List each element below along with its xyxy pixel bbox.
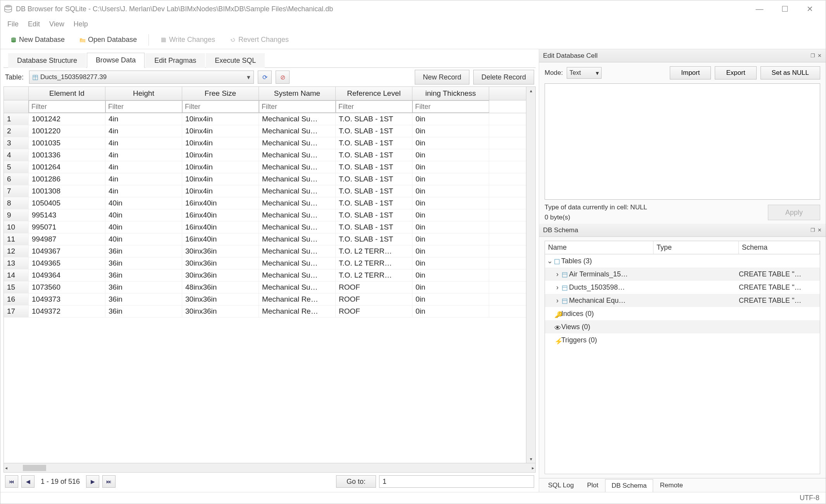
table-row[interactable]: 210012204in10inx4inMechanical Su…T.O. SL…	[4, 125, 535, 137]
column-header[interactable]: Free Size	[182, 87, 259, 100]
cell[interactable]: 0in	[412, 173, 489, 185]
table-row[interactable]: 999514340in16inx40inMechanical Su…T.O. S…	[4, 209, 535, 221]
cell[interactable]: 40in	[105, 233, 182, 245]
table-row[interactable]: 8105040540in16inx40inMechanical Su…T.O. …	[4, 197, 535, 209]
cell[interactable]: 0in	[412, 113, 489, 125]
cell[interactable]: Mechanical Su…	[259, 209, 336, 221]
cell[interactable]: 0in	[412, 125, 489, 137]
cell[interactable]: 1001220	[29, 125, 105, 137]
refresh-button[interactable]: ⟳	[258, 71, 272, 84]
cell[interactable]: T.O. SLAB - 1ST	[336, 233, 412, 245]
table-row[interactable]: 510012644in10inx4inMechanical Su…T.O. SL…	[4, 161, 535, 173]
cell[interactable]: 16inx40in	[182, 209, 259, 221]
apply-button[interactable]: Apply	[768, 205, 820, 220]
goto-input[interactable]	[379, 475, 534, 488]
cell[interactable]: 30inx36in	[182, 257, 259, 269]
cell[interactable]: T.O. SLAB - 1ST	[336, 197, 412, 209]
tab-edit-pragmas[interactable]: Edit Pragmas	[145, 53, 205, 68]
cell[interactable]: 36in	[105, 281, 182, 293]
cell[interactable]: Mechanical Su…	[259, 185, 336, 197]
cell[interactable]: 4in	[105, 113, 182, 125]
import-button[interactable]: Import	[670, 66, 711, 79]
cell[interactable]: 4in	[105, 161, 182, 173]
schema-col-type[interactable]: Type	[654, 241, 739, 254]
cell[interactable]: 0in	[412, 233, 489, 245]
cell[interactable]: 1073560	[29, 281, 105, 293]
first-page-button[interactable]: ⏮	[5, 475, 18, 488]
cell[interactable]: T.O. SLAB - 1ST	[336, 125, 412, 137]
table-row[interactable]: 710013084in10inx4inMechanical Su…T.O. SL…	[4, 185, 535, 197]
cell[interactable]: 36in	[105, 257, 182, 269]
table-row[interactable]: 410013364in10inx4inMechanical Su…T.O. SL…	[4, 149, 535, 161]
table-row[interactable]: 15107356036in48inx36inMechanical Su…ROOF…	[4, 281, 535, 293]
cell[interactable]: T.O. SLAB - 1ST	[336, 113, 412, 125]
cell[interactable]: 1001242	[29, 113, 105, 125]
prev-page-button[interactable]: ◀	[21, 475, 34, 488]
table-row[interactable]: 12104936736in30inx36inMechanical Su…T.O.…	[4, 245, 535, 257]
revert-changes-button[interactable]: Revert Changes	[224, 33, 294, 46]
cell[interactable]: 1049373	[29, 293, 105, 305]
cell[interactable]: 36in	[105, 269, 182, 281]
cell[interactable]: 4in	[105, 125, 182, 137]
cell[interactable]: 10inx4in	[182, 137, 259, 149]
table-row[interactable]: 1199498740in16inx40inMechanical Su…T.O. …	[4, 233, 535, 245]
table-row[interactable]: 310010354in10inx4inMechanical Su…T.O. SL…	[4, 137, 535, 149]
set-null-button[interactable]: Set as NULL	[760, 66, 820, 79]
cell[interactable]: 16inx40in	[182, 233, 259, 245]
schema-col-name[interactable]: Name	[545, 241, 654, 254]
cell[interactable]: 0in	[412, 185, 489, 197]
cell[interactable]: 1049365	[29, 257, 105, 269]
cell[interactable]: 995143	[29, 209, 105, 221]
column-header[interactable]: System Name	[259, 87, 336, 100]
cell[interactable]: 1049364	[29, 269, 105, 281]
expand-icon[interactable]: ›	[554, 283, 560, 292]
vertical-scrollbar[interactable]: ▴▾	[526, 87, 535, 463]
menu-view[interactable]: View	[45, 19, 68, 30]
close-panel-icon[interactable]: ✕	[817, 227, 822, 233]
cell[interactable]: 4in	[105, 185, 182, 197]
filter-input[interactable]	[106, 101, 182, 112]
cell[interactable]: 36in	[105, 306, 182, 317]
cell[interactable]: T.O. SLAB - 1ST	[336, 137, 412, 149]
tab-remote[interactable]: Remote	[653, 479, 690, 492]
column-header[interactable]: Reference Level	[336, 87, 412, 100]
menu-edit[interactable]: Edit	[24, 19, 44, 30]
cell[interactable]: 4in	[105, 149, 182, 161]
collapse-icon[interactable]: ⌄	[547, 257, 553, 265]
cell[interactable]: 0in	[412, 257, 489, 269]
cell[interactable]: T.O. L2 TERR…	[336, 269, 412, 281]
close-panel-icon[interactable]: ✕	[817, 53, 822, 59]
cell[interactable]: 0in	[412, 281, 489, 293]
cell[interactable]: 995071	[29, 221, 105, 233]
undock-icon[interactable]: ❐	[810, 53, 815, 59]
table-row[interactable]: 16104937336in30inx36inMechanical Re…ROOF…	[4, 293, 535, 306]
cell[interactable]: T.O. L2 TERR…	[336, 257, 412, 269]
expand-icon[interactable]: ›	[554, 270, 560, 278]
cell[interactable]: Mechanical Su…	[259, 245, 336, 257]
horizontal-scrollbar[interactable]: ◂▸	[4, 463, 535, 472]
cell[interactable]: Mechanical Su…	[259, 257, 336, 269]
cell[interactable]: 36in	[105, 245, 182, 257]
tab-sql-log[interactable]: SQL Log	[541, 479, 580, 492]
cell[interactable]: 10inx4in	[182, 161, 259, 173]
maximize-button[interactable]: ☐	[772, 0, 797, 17]
minimize-button[interactable]: —	[747, 0, 772, 17]
cell[interactable]: 10inx4in	[182, 125, 259, 137]
cell[interactable]: 36in	[105, 293, 182, 305]
cell[interactable]: 0in	[412, 221, 489, 233]
cell[interactable]: T.O. SLAB - 1ST	[336, 221, 412, 233]
tab-plot[interactable]: Plot	[580, 479, 605, 492]
close-button[interactable]: ✕	[797, 0, 823, 17]
cell[interactable]: Mechanical Su…	[259, 137, 336, 149]
cell[interactable]: T.O. L2 TERR…	[336, 245, 412, 257]
cell[interactable]: 30inx36in	[182, 245, 259, 257]
cell[interactable]: 0in	[412, 306, 489, 317]
tab-execute-sql[interactable]: Execute SQL	[206, 53, 265, 68]
cell[interactable]: Mechanical Su…	[259, 173, 336, 185]
cell[interactable]: 10inx4in	[182, 113, 259, 125]
filter-input[interactable]	[413, 101, 489, 112]
cell[interactable]: Mechanical Su…	[259, 113, 336, 125]
cell[interactable]: Mechanical Su…	[259, 269, 336, 281]
tab-database-structure[interactable]: Database Structure	[8, 53, 86, 68]
cell[interactable]: 1001336	[29, 149, 105, 161]
